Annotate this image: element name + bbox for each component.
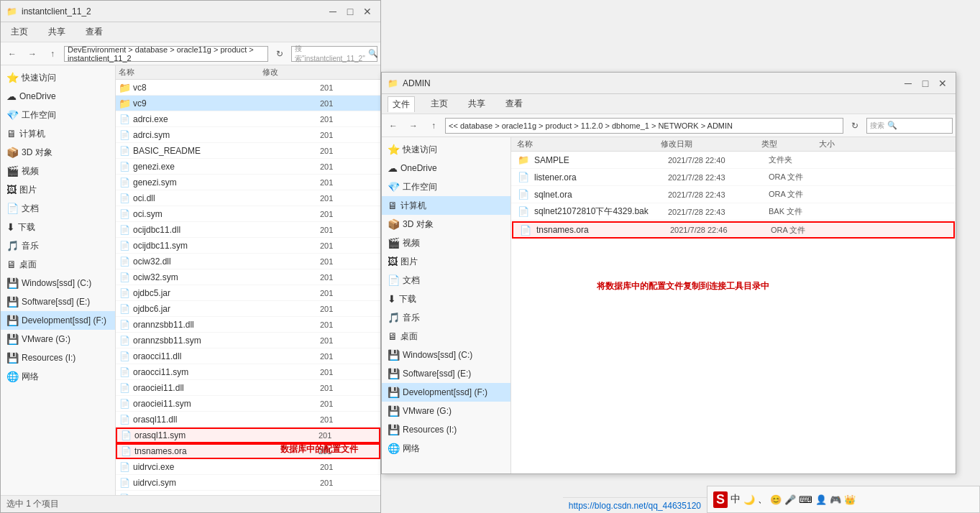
- left-file-row-orannzsbb11-dll[interactable]: 📄 orannzsbb11.dll 201: [116, 317, 380, 333]
- left-file-date-basic-readme: 201: [320, 147, 377, 155]
- right-nav-computer[interactable]: 🖥计算机: [382, 196, 510, 215]
- right-nav-desktop[interactable]: 🖥桌面: [382, 327, 510, 346]
- left-back-button[interactable]: ←: [4, 45, 21, 63]
- right-file-row-sample[interactable]: 📁 SAMPLE 2021/7/28 22:40 文件夹: [511, 152, 956, 169]
- left-file-row-oraocci11-dll[interactable]: 📄 oraocci11.dll 201: [116, 348, 380, 364]
- left-file-row-oraociei11-dll[interactable]: 📄 oraociei11.dll 201: [116, 380, 380, 396]
- left-nav-quickaccess[interactable]: ⭐快速访问: [1, 68, 115, 87]
- right-tab-file[interactable]: 文件: [388, 96, 415, 112]
- right-back-button[interactable]: ←: [385, 117, 402, 134]
- right-address-path[interactable]: << database > oracle11g > product > 11.2…: [445, 118, 843, 134]
- right-up-button[interactable]: ↑: [425, 117, 442, 134]
- right-nav-workspace[interactable]: 💎工作空间: [382, 177, 510, 196]
- left-file-row-ojdbc6[interactable]: 📄 ojdbc6.jar 201: [116, 301, 380, 317]
- left-tab-view[interactable]: 查看: [81, 24, 107, 40]
- minimize-button[interactable]: ─: [326, 4, 340, 19]
- right-nav-g[interactable]: 💾VMware (G:): [382, 402, 510, 420]
- left-file-row-ojdbc5[interactable]: 📄 ojdbc5.jar 201: [116, 285, 380, 301]
- left-file-row-oci-sym[interactable]: 📄 oci.sym 201: [116, 206, 380, 222]
- right-maximize-button[interactable]: □: [918, 76, 933, 91]
- left-file-row-basic-readme[interactable]: 📄 BASIC_README 201: [116, 143, 380, 159]
- right-nav-f[interactable]: 💾Development[ssd] (F:): [382, 383, 510, 402]
- right-file-row-sqlnetbak[interactable]: 📄 sqlnet21072810下午4329.bak 2021/7/28 22:…: [511, 203, 956, 221]
- right-nav-e[interactable]: 💾Software[ssd] (E:): [382, 364, 510, 383]
- left-file-row-ociw32-dll[interactable]: 📄 ociw32.dll 201: [116, 254, 380, 269]
- left-nav-workspace[interactable]: 💎工作空间: [1, 106, 115, 124]
- left-file-row-orasql11-sym[interactable]: 📄 orasql11.sym 201: [116, 428, 380, 443]
- left-nav-downloads[interactable]: ⬇下载: [1, 218, 115, 236]
- right-search-box[interactable]: 搜索 🔍: [866, 118, 953, 134]
- left-file-row-oraocci11-sym[interactable]: 📄 oraocci11.sym 201: [116, 364, 380, 380]
- left-file-date-uidrvci-exe: 201: [320, 463, 377, 471]
- left-forward-button[interactable]: →: [24, 45, 41, 63]
- right-nav-pictures[interactable]: 🖼图片: [382, 252, 510, 271]
- right-close-button[interactable]: ✕: [935, 76, 950, 91]
- left-file-row-uidrvci-exe[interactable]: 📄 uidrvci.exe 201: [116, 459, 380, 475]
- right-nav-onedrive[interactable]: ☁OneDrive: [382, 159, 510, 177]
- right-nav-documents[interactable]: 📄文档: [382, 271, 510, 290]
- left-nav-onedrive[interactable]: ☁OneDrive: [1, 87, 115, 106]
- left-file-row-uidrvci-sym[interactable]: 📄 uidrvci.sym 201: [116, 475, 380, 491]
- left-file-row-genezi-sym[interactable]: 📄 genezi.sym 201: [116, 175, 380, 190]
- left-file-row-adrci-sym[interactable]: 📄 adrci.sym 201: [116, 127, 380, 143]
- right-col-size-header: 大小: [819, 139, 862, 149]
- file-icon-oraocci11-dll: 📄: [119, 351, 130, 362]
- left-file-row-ociw32-sym[interactable]: 📄 ociw32.sym 201: [116, 269, 380, 285]
- right-nav-quickaccess[interactable]: ⭐快速访问: [382, 140, 510, 159]
- right-minimize-button[interactable]: ─: [901, 76, 915, 91]
- left-nav-i[interactable]: 💾Resources (I:): [1, 348, 115, 367]
- left-nav-desktop[interactable]: 🖥桌面: [1, 255, 115, 274]
- left-file-row-ocijdbc11-dll[interactable]: 📄 ocijdbc11.dll 201: [116, 222, 380, 238]
- right-tab-view[interactable]: 查看: [501, 96, 527, 111]
- left-nav-computer[interactable]: 🖥计算机: [1, 124, 115, 143]
- left-file-row-ocijdbc11-sym[interactable]: 📄 ocijdbc11.sym 201: [116, 238, 380, 254]
- left-file-row-oci-dll[interactable]: 📄 oci.dll 201: [116, 190, 380, 206]
- left-file-row-oraociei11-sym[interactable]: 📄 oraociei11.sym 201: [116, 396, 380, 412]
- right-tab-share[interactable]: 共享: [464, 96, 490, 111]
- left-file-name-vc9: vc9: [133, 98, 320, 108]
- left-nav-video[interactable]: 🎬视频: [1, 162, 115, 180]
- right-file-row-listener[interactable]: 📄 listener.ora 2021/7/28 22:43 ORA 文件: [511, 169, 956, 186]
- right-nav-network[interactable]: 🌐网络: [382, 439, 510, 458]
- left-nav-e[interactable]: 💾Software[ssd] (E:): [1, 292, 115, 311]
- left-file-row-vc9[interactable]: 📁 vc9 201: [116, 96, 380, 111]
- left-nav-documents[interactable]: 📄文档: [1, 199, 115, 218]
- file-icon-oraociei11-sym: 📄: [119, 398, 130, 410]
- maximize-button[interactable]: □: [343, 4, 357, 19]
- right-file-row-sqlnet[interactable]: 📄 sqlnet.ora 2021/7/28 22:43 ORA 文件: [511, 186, 956, 203]
- left-nav-g[interactable]: 💾VMware (G:): [1, 330, 115, 348]
- left-tab-share[interactable]: 共享: [44, 24, 70, 40]
- right-tab-home[interactable]: 主页: [426, 96, 452, 111]
- left-file-row-adrci-exe[interactable]: 📄 adrci.exe 201: [116, 111, 380, 127]
- left-file-row-genezi-exe[interactable]: 📄 genezi.exe 201: [116, 159, 380, 175]
- left-tab-home[interactable]: 主页: [6, 24, 32, 40]
- url-bar: https://blog.csdn.net/qq_44635120: [563, 497, 707, 513]
- left-nav-c[interactable]: 💾Windows[ssd] (C:): [1, 274, 115, 292]
- left-nav-music[interactable]: 🎵音乐: [1, 236, 115, 255]
- left-file-row-orasql11-dll[interactable]: 📄 orasql11.dll 201: [116, 412, 380, 428]
- left-nav-3dobjects[interactable]: 📦3D 对象: [1, 143, 115, 162]
- onedrive-icon: ☁: [6, 91, 17, 102]
- left-file-row-vc8[interactable]: 📁 vc8 201: [116, 80, 380, 96]
- right-forward-button[interactable]: →: [405, 117, 422, 134]
- right-nav-music[interactable]: 🎵音乐: [382, 308, 510, 327]
- right-nav-c[interactable]: 💾Windows[ssd] (C:): [382, 346, 510, 364]
- left-nav-f[interactable]: 💾Development[ssd] (F:): [1, 311, 115, 330]
- left-address-path[interactable]: DevEnvironment > database > oracle11g > …: [64, 46, 268, 62]
- left-nav-network[interactable]: 🌐网络: [1, 367, 115, 386]
- left-refresh-button[interactable]: ↻: [271, 45, 288, 63]
- right-nav-video[interactable]: 🎬视频: [382, 234, 510, 252]
- right-nav-i[interactable]: 💾Resources (I:): [382, 420, 510, 439]
- left-file-row-orannzsbb11-sym[interactable]: 📄 orannzsbb11.sym 201: [116, 333, 380, 348]
- left-search-box[interactable]: 搜索"instantclient_11_2" 🔍: [291, 46, 377, 62]
- right-nav-3dobjects[interactable]: 📦3D 对象: [382, 215, 510, 234]
- left-file-date-orannzsbb11-dll: 201: [320, 320, 377, 329]
- sougou-icon-2: 、: [758, 493, 767, 506]
- left-up-button[interactable]: ↑: [44, 45, 61, 63]
- left-nav-pictures[interactable]: 🖼图片: [1, 180, 115, 199]
- close-button[interactable]: ✕: [360, 4, 375, 19]
- right-file-row-tnsnames[interactable]: 📄 tnsnames.ora 2021/7/28 22:46 ORA 文件: [512, 221, 955, 239]
- right-refresh-button[interactable]: ↻: [846, 117, 864, 134]
- right-nav-downloads[interactable]: ⬇下载: [382, 290, 510, 308]
- file-icon-ojdbc6: 📄: [119, 303, 130, 315]
